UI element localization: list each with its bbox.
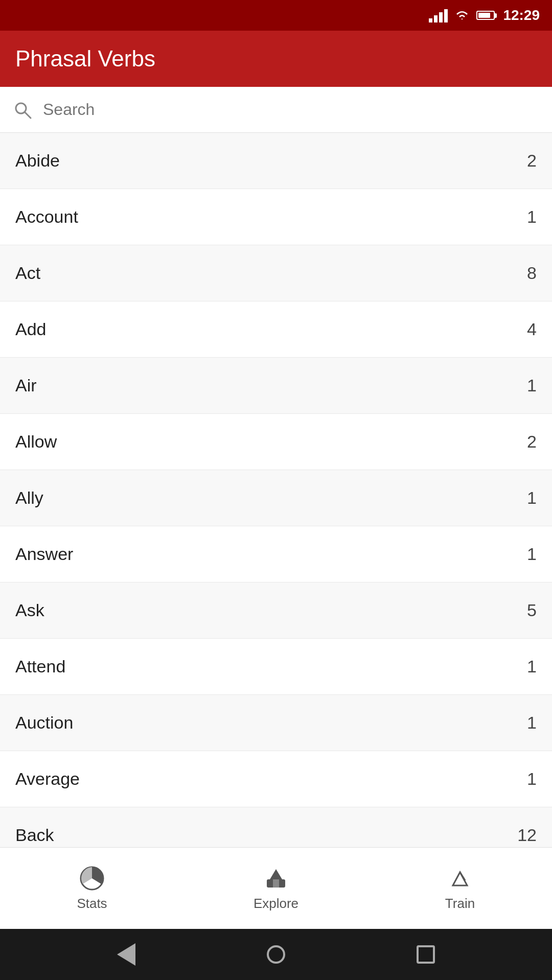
android-nav-bar (0, 929, 552, 980)
search-bar[interactable] (0, 87, 552, 133)
list-item[interactable]: Average1 (0, 751, 552, 807)
wifi-icon (454, 8, 470, 22)
item-label: Ask (15, 600, 44, 620)
item-count: 2 (527, 151, 537, 171)
item-count: 8 (527, 263, 537, 283)
item-count: 2 (527, 432, 537, 452)
item-label: Allow (15, 432, 57, 452)
item-label: Average (15, 769, 80, 789)
svg-line-7 (460, 872, 465, 880)
back-button[interactable] (111, 939, 142, 970)
item-label: Act (15, 263, 40, 283)
item-count: 4 (527, 319, 537, 339)
verb-list: Abide2Account1Act8Add4Air1Allow2Ally1Ans… (0, 133, 552, 864)
page-title: Phrasal Verbs (15, 46, 155, 72)
status-bar: 12:29 (0, 0, 552, 31)
list-item[interactable]: Allow2 (0, 414, 552, 470)
home-button[interactable] (261, 939, 291, 970)
list-item[interactable]: Attend1 (0, 639, 552, 695)
list-item[interactable]: Abide2 (0, 133, 552, 189)
nav-train[interactable]: Train (368, 848, 552, 929)
list-item[interactable]: Ally1 (0, 470, 552, 526)
stats-icon (79, 865, 105, 892)
status-icons (429, 8, 497, 22)
app-header: Phrasal Verbs (0, 31, 552, 87)
item-count: 1 (527, 488, 537, 508)
svg-line-1 (25, 112, 31, 118)
item-label: Answer (15, 544, 73, 564)
nav-stats-label: Stats (77, 896, 107, 912)
item-label: Abide (15, 151, 60, 171)
item-label: Attend (15, 657, 65, 676)
list-item[interactable]: Ask5 (0, 582, 552, 639)
list-item[interactable]: Account1 (0, 189, 552, 245)
nav-explore[interactable]: Explore (184, 848, 368, 929)
explore-icon (263, 865, 289, 892)
recents-button[interactable] (410, 939, 441, 970)
list-item[interactable]: Act8 (0, 245, 552, 301)
nav-explore-label: Explore (254, 896, 298, 912)
item-count: 1 (527, 657, 537, 676)
svg-rect-5 (273, 879, 279, 888)
item-count: 12 (517, 825, 537, 845)
status-time: 12:29 (503, 7, 540, 24)
svg-marker-4 (270, 869, 282, 879)
item-label: Add (15, 319, 47, 339)
nav-train-label: Train (445, 896, 475, 912)
item-count: 1 (527, 376, 537, 395)
item-count: 1 (527, 769, 537, 789)
list-item[interactable]: Air1 (0, 358, 552, 414)
nav-stats[interactable]: Stats (0, 848, 184, 929)
item-label: Ally (15, 488, 43, 508)
signal-icon (429, 8, 448, 22)
list-item[interactable]: Answer1 (0, 526, 552, 582)
search-input[interactable] (43, 100, 540, 119)
item-count: 5 (527, 600, 537, 620)
bottom-navigation: Stats Explore Train (0, 847, 552, 929)
list-item[interactable]: Auction1 (0, 695, 552, 751)
item-label: Air (15, 376, 37, 395)
item-count: 1 (527, 713, 537, 733)
list-item[interactable]: Add4 (0, 301, 552, 358)
item-label: Account (15, 207, 78, 227)
item-label: Back (15, 825, 54, 845)
battery-icon (476, 11, 497, 20)
item-label: Auction (15, 713, 73, 733)
item-count: 1 (527, 544, 537, 564)
search-icon (12, 100, 33, 120)
train-icon (447, 865, 473, 892)
item-count: 1 (527, 207, 537, 227)
